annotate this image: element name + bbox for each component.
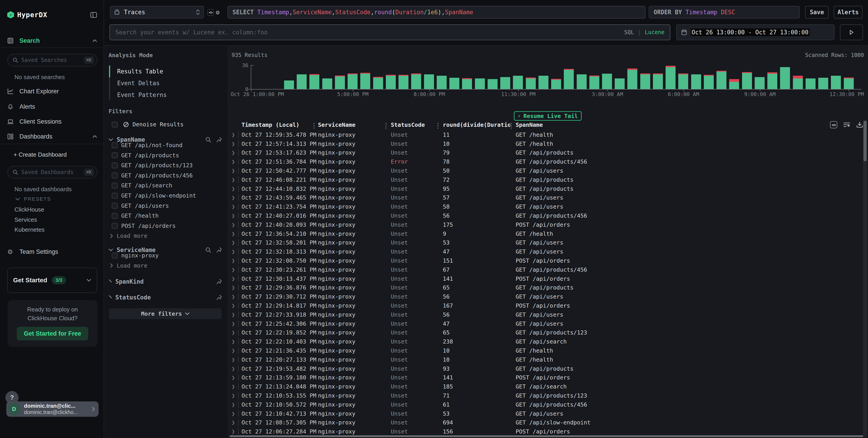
table-row[interactable]: ❯Oct 27 12:13:59.180 PMnginx-proxyUnset1… [228,373,863,382]
run-query-button[interactable] [840,25,863,40]
histogram-bar[interactable] [564,46,574,89]
histogram-bar[interactable] [627,46,637,89]
pin-icon[interactable] [216,279,222,284]
sidebar-item-team-settings[interactable]: ⚙ Team Settings [7,247,97,256]
orderby-input[interactable]: ORDER BY Timestamp DESC [649,6,800,19]
histogram-bar[interactable] [615,46,625,89]
histogram-bar[interactable] [309,46,319,89]
histogram-bar[interactable] [437,46,447,89]
table-row[interactable]: ❯Oct 27 12:10:53.155 PMnginx-proxyUnset7… [228,391,863,400]
histogram-bar[interactable] [475,46,485,89]
create-dashboard-button[interactable]: + Create Dashboard [13,150,97,159]
analysis-mode-results-table[interactable]: Results Table [117,67,163,76]
table-row[interactable]: ❯Oct 27 12:32:58.201 PMnginx-proxyUnset5… [228,238,863,247]
saved-dashboards-input[interactable]: Saved Dashboards ⌘K [7,166,97,178]
filter-item-checkbox[interactable]: GET /api/products/456 [112,172,193,179]
histogram-bar[interactable] [513,46,523,89]
table-row[interactable]: ❯Oct 27 12:25:42.306 PMnginx-proxyUnset4… [228,319,863,328]
sql-editor-toggle-button[interactable]: <> [207,9,214,16]
expand-row-icon[interactable]: ❯ [231,356,235,363]
sidebar-preset-kubernetes[interactable]: Kubernetes [14,226,44,233]
histogram-bar[interactable] [602,46,612,89]
sidebar-preset-clickhouse[interactable]: ClickHouse [14,206,44,213]
vertical-scrollbar-track[interactable] [863,120,867,437]
expand-row-icon[interactable]: ❯ [231,239,235,246]
histogram-bar[interactable] [806,46,815,89]
table-row[interactable]: ❯Oct 27 12:29:30.712 PMnginx-proxyUnset5… [228,292,863,301]
saved-searches-input[interactable]: Saved Searches ⌘K [7,54,97,66]
column-resize-handle[interactable] [437,123,438,129]
histogram-bar[interactable] [831,46,841,89]
table-row[interactable]: ❯Oct 27 12:22:10.403 PMnginx-proxyUnset2… [228,337,863,346]
table-row[interactable]: ❯Oct 27 12:22:19.852 PMnginx-proxyUnset6… [228,328,863,337]
table-row[interactable]: ❯Oct 27 12:57:14.313 PMnginx-proxyUnset1… [228,139,863,148]
expand-row-icon[interactable]: ❯ [231,392,235,399]
column-header-duration[interactable]: round(divide(Duration, [443,122,510,128]
table-row[interactable]: ❯Oct 27 12:27:33.918 PMnginx-proxyUnset5… [228,310,863,319]
expand-row-icon[interactable]: ❯ [231,248,235,255]
search-input[interactable]: Search your events w/ Lucene ex. column:… [110,25,670,40]
histogram-bar[interactable] [538,46,549,89]
filter-group-spankind[interactable]: SpanKind [108,277,222,286]
table-row[interactable]: ❯Oct 27 12:29:36.876 PMnginx-proxyUnset6… [228,283,863,292]
table-row[interactable]: ❯Oct 27 12:30:13.437 PMnginx-proxyUnset1… [228,274,863,283]
histogram-bar[interactable] [411,46,421,89]
pin-icon[interactable] [216,247,222,253]
expand-row-icon[interactable]: ❯ [231,212,235,219]
expand-row-icon[interactable]: ❯ [231,302,235,309]
alerts-button[interactable]: Alerts [834,6,863,19]
table-row[interactable]: ❯Oct 27 12:32:18.313 PMnginx-proxyUnset4… [228,247,863,256]
column-header-timestamp[interactable]: Timestamp (Local) [242,122,314,128]
histogram-bar[interactable] [755,46,765,89]
histogram-bar[interactable] [450,46,459,89]
expand-row-icon[interactable]: ❯ [231,374,235,381]
expand-row-icon[interactable]: ❯ [231,320,235,327]
horizontal-scrollbar[interactable] [230,435,863,437]
search-icon[interactable] [205,137,211,143]
table-row[interactable]: ❯Oct 27 12:53:17.623 PMnginx-proxyUnset7… [228,148,863,157]
expand-row-icon[interactable]: ❯ [231,140,235,147]
histogram-bar[interactable] [335,46,345,89]
expand-row-icon[interactable]: ❯ [231,203,235,210]
collapse-sidebar-icon[interactable] [90,11,97,19]
expand-row-icon[interactable]: ❯ [231,149,235,156]
analysis-mode-event-patterns[interactable]: Event Patterns [117,91,167,99]
histogram-bar[interactable] [742,46,752,89]
filter-item-checkbox[interactable]: GET /api/users [112,202,169,209]
table-row[interactable]: ❯Oct 27 12:19:53.482 PMnginx-proxyUnset9… [228,364,863,373]
histogram-bar[interactable] [729,46,739,89]
table-row[interactable]: ❯Oct 27 12:40:27.016 PMnginx-proxyUnset5… [228,211,863,220]
table-row[interactable]: ❯Oct 27 12:59:35.478 PMnginx-proxyUnset1… [228,130,863,139]
table-row[interactable]: ❯Oct 27 12:36:54.210 PMnginx-proxyUnset9… [228,229,863,238]
column-resize-handle[interactable] [313,123,315,129]
filter-item-checkbox[interactable]: GET /api/slow-endpoint [112,192,196,199]
filter-group-statuscode[interactable]: StatusCode [108,293,222,302]
histogram-bar[interactable] [322,46,332,89]
histogram-bar[interactable] [526,46,536,89]
histogram-bar[interactable] [386,46,396,89]
mode-lucene-toggle[interactable]: Lucene [645,29,664,35]
date-range-input[interactable]: Oct 26 13:00:00 - Oct 27 13:00:00 [676,25,835,40]
denoise-results-checkbox[interactable]: Denoise Results [112,121,184,128]
filter-item-checkbox[interactable]: nginx-proxy [112,252,159,259]
expand-row-icon[interactable]: ❯ [231,131,235,138]
expand-row-icon[interactable]: ❯ [231,428,235,435]
expand-row-icon[interactable]: ❯ [231,401,235,408]
filter-item-checkbox[interactable]: GET /api/search [112,182,172,189]
pin-icon[interactable] [216,137,222,143]
expand-row-icon[interactable]: ❯ [231,159,235,165]
table-row[interactable]: ❯Oct 27 12:40:20.093 PMnginx-proxyUnset1… [228,220,863,229]
table-row[interactable]: ❯Oct 27 12:41:23.754 PMnginx-proxyUnset5… [228,202,863,211]
table-row[interactable]: ❯Oct 27 12:43:59.465 PMnginx-proxyUnset5… [228,193,863,202]
table-row[interactable]: ❯Oct 27 12:51:36.784 PMnginx-proxyError7… [228,157,863,166]
expand-row-icon[interactable]: ❯ [231,266,235,273]
column-header-servicename[interactable]: ServiceName [318,122,386,128]
histogram-bar[interactable] [500,46,510,89]
histogram-bar[interactable] [462,46,472,89]
more-filters-button[interactable]: More filters [109,308,222,319]
histogram-bar[interactable] [818,46,828,89]
sidebar-preset-services[interactable]: Services [14,216,37,223]
search-icon[interactable] [205,247,211,253]
sidebar-item-alerts[interactable]: Alerts [7,102,97,111]
sidebar-item-client-sessions[interactable]: Client Sessions [7,117,97,126]
